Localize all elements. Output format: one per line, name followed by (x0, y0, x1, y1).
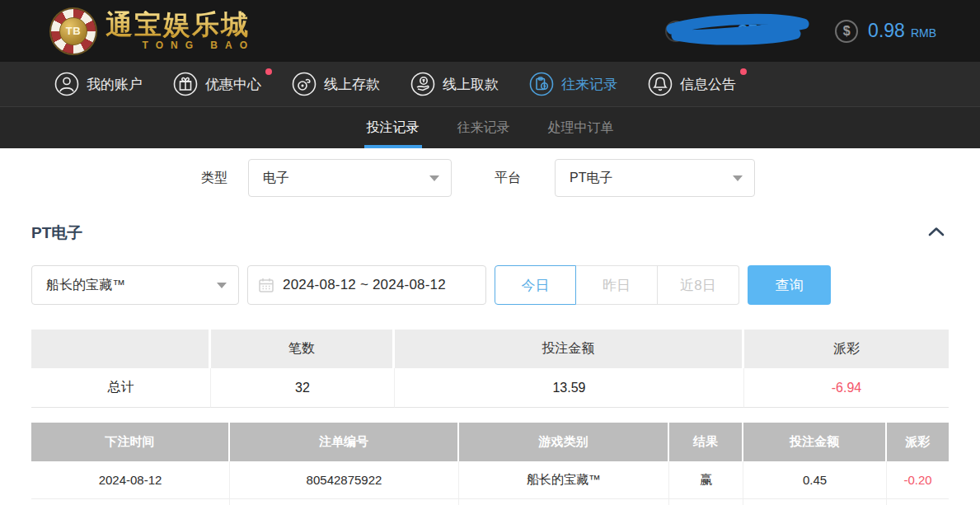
summary-header-blank (31, 330, 211, 368)
balance-currency: RMB (911, 26, 936, 40)
game-category-value: 船长的宝藏™ (459, 461, 669, 499)
poker-chip-icon: TB (51, 9, 96, 54)
detail-header-bet-time: 下注时间 (31, 423, 230, 461)
detail-header-row: 下注时间 注单编号 游戏类别 结果 投注金额 派彩 (31, 423, 949, 461)
summary-header-payout: 派彩 (744, 330, 949, 368)
record-tabs: 投注记录 往来记录 处理中订单 (0, 106, 980, 148)
nav-label: 线上取款 (443, 75, 499, 94)
filter-row-top: 类型 电子 平台 PT电子 (201, 159, 949, 197)
main-nav: 我的账户 优惠中心 线上存款 (0, 62, 980, 106)
result-value: 赢 (669, 461, 743, 499)
detail-header-result: 结果 (669, 423, 743, 461)
chevron-down-icon (217, 283, 227, 288)
summary-total-row: 总计 32 13.59 -6.94 (31, 368, 949, 408)
nav-label: 信息公告 (680, 75, 736, 94)
chevron-up-icon (927, 226, 945, 237)
collapse-section-button[interactable] (924, 224, 949, 242)
section-title: PT电子 (31, 222, 82, 244)
header-right: 8500 $ 0.98 RMB (665, 11, 936, 52)
brand-name-cn: 通宝娱乐城 (106, 11, 250, 38)
game-select-value: 船长的宝藏™ (46, 277, 125, 294)
date-range-value: 2024-08-12 ~ 2024-08-12 (283, 277, 446, 293)
game-select[interactable]: 船长的宝藏™ (31, 265, 239, 305)
dollar-icon: $ (835, 20, 858, 43)
tab-betting-records[interactable]: 投注记录 (365, 107, 421, 148)
nav-my-account[interactable]: 我的账户 (54, 72, 143, 96)
type-select[interactable]: 电子 (248, 159, 452, 197)
last-8-days-button[interactable]: 近8日 (658, 265, 739, 305)
calendar-icon (258, 277, 274, 293)
chip-monogram: TB (59, 17, 87, 45)
payout-value: -0.20 (887, 461, 949, 499)
nav-promotions[interactable]: 优惠中心 (173, 72, 261, 96)
platform-select-value: PT电子 (570, 170, 612, 187)
bet-time-value: 2024-08-12 (31, 461, 230, 499)
tab-transaction-records[interactable]: 往来记录 (456, 107, 512, 148)
detail-header-bet-amount: 投注金额 (743, 423, 887, 461)
redacted-account-info: 8500 (665, 11, 814, 52)
type-select-value: 电子 (263, 170, 289, 187)
nav-online-withdrawal[interactable]: 线上取款 (410, 72, 499, 96)
detail-header-bet-id: 注单编号 (230, 423, 459, 461)
quick-date-buttons: 今日 昨日 近8日 (495, 265, 739, 305)
notification-dot (740, 68, 747, 75)
redaction-scribble (665, 11, 814, 52)
bell-icon (648, 72, 673, 96)
platform-label: 平台 (495, 170, 521, 187)
summary-total-label: 总计 (31, 368, 211, 408)
section-header: PT电子 (31, 222, 949, 244)
nav-label: 我的账户 (87, 75, 143, 94)
balance-display[interactable]: $ 0.98 RMB (835, 20, 936, 43)
date-range-picker[interactable]: 2024-08-12 ~ 2024-08-12 (247, 265, 486, 305)
balance-value: 0.98 (868, 20, 905, 42)
bet-amount-value: 0.45 (743, 461, 887, 499)
detail-header-payout: 派彩 (887, 423, 949, 461)
table-row-partial (31, 499, 949, 505)
chevron-down-icon (733, 175, 743, 181)
summary-count-value: 32 (211, 368, 395, 408)
top-header: TB 通宝娱乐城 TONG BAO 8500 $ 0.98 RMB (0, 0, 980, 62)
nav-transaction-records[interactable]: 往来记录 (529, 72, 617, 96)
nav-label: 优惠中心 (205, 75, 261, 94)
summary-header-row: 笔数 投注金额 派彩 (31, 330, 949, 368)
table-row: 2024-08-12 80542875922 船长的宝藏™ 赢 0.45 -0.… (31, 461, 949, 499)
search-button[interactable]: 查询 (748, 265, 831, 305)
bet-id-value: 80542875922 (230, 461, 459, 499)
yesterday-button[interactable]: 昨日 (576, 265, 658, 305)
type-label: 类型 (201, 170, 227, 187)
chevron-down-icon (429, 175, 439, 181)
detail-table: 下注时间 注单编号 游戏类别 结果 投注金额 派彩 2024-08-12 805… (31, 423, 949, 505)
today-button[interactable]: 今日 (495, 265, 576, 305)
gift-icon (173, 72, 198, 96)
tab-processing-orders[interactable]: 处理中订单 (546, 107, 616, 148)
platform-select[interactable]: PT电子 (555, 159, 755, 197)
content: 类型 电子 平台 PT电子 PT电子 船长的宝藏™ (0, 159, 980, 505)
summary-header-bet-amount: 投注金额 (395, 330, 744, 368)
summary-bet-amount-value: 13.59 (395, 368, 744, 408)
notification-dot (265, 68, 272, 75)
summary-table: 笔数 投注金额 派彩 总计 32 13.59 -6.94 (31, 330, 949, 408)
nav-announcements[interactable]: 信息公告 (648, 72, 736, 96)
summary-header-count: 笔数 (211, 330, 395, 368)
records-icon (529, 72, 554, 96)
deposit-icon (292, 72, 317, 96)
filter-row-panel: 船长的宝藏™ 2024-08-12 ~ 2024-08-12 今日 昨日 近8日… (31, 265, 949, 305)
nav-label: 线上存款 (324, 75, 380, 94)
nav-online-deposit[interactable]: 线上存款 (292, 72, 380, 96)
detail-header-game-category: 游戏类别 (459, 423, 669, 461)
user-icon (54, 72, 79, 96)
summary-payout-value: -6.94 (744, 368, 949, 408)
nav-label: 往来记录 (561, 75, 617, 94)
brand-logo[interactable]: TB 通宝娱乐城 TONG BAO (51, 9, 250, 54)
page: TB 通宝娱乐城 TONG BAO 8500 $ 0.98 RMB (0, 0, 980, 505)
brand-name-en: TONG BAO (143, 40, 255, 51)
withdraw-icon (410, 72, 435, 96)
